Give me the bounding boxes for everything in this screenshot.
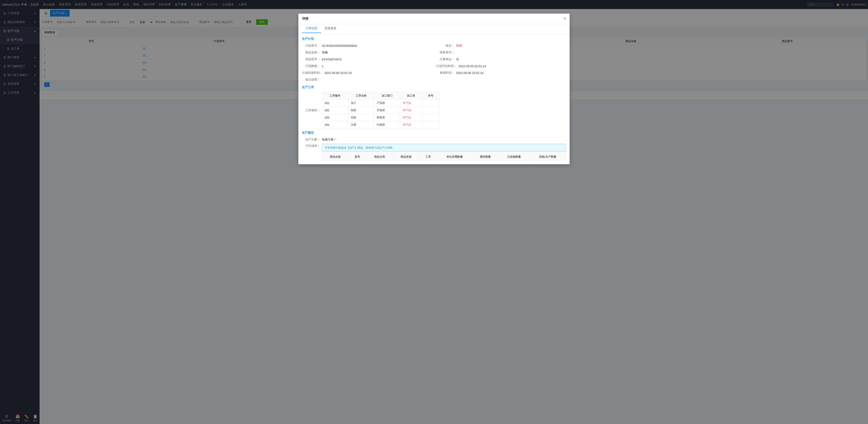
proc-cell-dept: 开发部: [374, 107, 400, 114]
proc-cell-name: 加工: [348, 100, 374, 107]
product-model-row: 商品型号： 674754574574: [302, 57, 432, 61]
proc-cell-status: 待下达: [400, 114, 422, 121]
detail-modal: 详情 × 订单信息 进度报表 生产计划 计划单号： SCJH2021050500…: [298, 13, 569, 164]
prod-plan-section-title: 生产计划: [302, 37, 566, 41]
proc-cell-code: 001: [322, 100, 348, 107]
proc-cell-dept: 财务部: [374, 114, 400, 121]
proc-cell-no: [422, 114, 439, 121]
status-form-label: 状态：: [436, 44, 454, 48]
tab-order-info[interactable]: 订单信息: [302, 24, 321, 33]
proc-cell-dept: 产品部: [374, 100, 400, 107]
process-label: 工序资料：: [302, 108, 320, 112]
bom-notice: 子件清单中如包含【自产】商品，请单独下达生产计划单: [322, 144, 566, 152]
product-name-row: 商品名称： 电脑: [302, 51, 432, 55]
proc-cell-dept: 行政部: [374, 121, 400, 129]
proc-cell-status: 待下达: [400, 107, 422, 114]
prod-scheme-row: 生产方案： 电脑方案一: [302, 138, 566, 142]
plan-no-form-label: 计划单号：: [302, 44, 320, 48]
proc-cell-code: 003: [322, 114, 348, 121]
plan-start-form-label: 计划开始时间：: [436, 64, 457, 68]
prod-suggestion-section-title: 生产建议: [302, 131, 566, 135]
proc-cell-code: 002: [322, 107, 348, 114]
proc-col-name: 工序名称: [348, 92, 374, 100]
product-name-form-value: 电脑: [322, 51, 328, 55]
process-table: 工序编号 工序名称 加工部门 加工单 单号 001 加工 产品部: [322, 92, 439, 129]
product-name-form-label: 商品名称：: [302, 51, 320, 55]
voucher-time-form-label: 单据时间：: [436, 71, 454, 75]
proc-cell-no: [422, 100, 439, 107]
proc-cell-no: [422, 107, 439, 114]
proc-row: 002 组装 开发部 待下达: [322, 107, 439, 114]
prod-process-section-title: 生产工序: [302, 85, 566, 89]
modal-body: 生产计划 计划单号： SCJH20210505000000001 状态： 新建 …: [298, 33, 569, 164]
plan-qty-form-value: 1: [322, 64, 323, 68]
bom-col-model: 型号: [348, 153, 366, 161]
remark-row: 备注说明：: [302, 78, 566, 82]
bom-col-product: 商品名称: [322, 153, 348, 161]
remark-form-label: 备注说明：: [302, 78, 320, 82]
proc-col-code: 工序编号: [322, 92, 348, 100]
sale-no-form-label: 销售单号：: [436, 51, 454, 55]
process-materials-row: 工序资料： 工序编号 工序名称 加工部门 加工单 单号: [302, 92, 566, 129]
bom-col-process: 工序: [419, 153, 437, 161]
bom-container: 子件清单中如包含【自产】商品，请单独下达生产计划单 商品名称 型号 商品分类 商…: [322, 144, 566, 161]
proc-cell-status: 待下达: [400, 121, 422, 129]
plan-end-row: 计划结束时间： 2021-05-05 22:01:14: [302, 71, 432, 75]
product-model-form-value: 674754574574: [322, 58, 342, 61]
product-model-form-label: 商品型号：: [302, 57, 320, 61]
modal-header: 详情 ×: [298, 13, 569, 24]
proc-cell-name: 注塑: [348, 121, 374, 129]
prod-scheme-label: 生产方案：: [302, 138, 320, 142]
status-row: 状态： 新建: [436, 44, 566, 48]
modal-overlay: 详情 × 订单信息 进度报表 生产计划 计划单号： SCJH2021050500…: [0, 0, 868, 424]
proc-col-dept: 加工部门: [374, 92, 400, 100]
bom-col-demand: 需求数量: [472, 153, 499, 161]
proc-cell-name: 组装: [348, 107, 374, 114]
bom-col-buy-prod: 采购/生产数量: [529, 153, 566, 161]
proc-row: 001 加工 产品部 待下达: [322, 100, 439, 107]
bom-table: 商品名称 型号 商品分类 商品来源 工序 单位所需数量 需求数量 已采购数量 采…: [322, 153, 566, 161]
plan-start-row: 计划开始时间： 2021-05-05 22:01:14: [436, 64, 566, 68]
bom-col-purchased: 已采购数量: [499, 153, 529, 161]
bom-col-unit-qty: 单位所需数量: [437, 153, 472, 161]
modal-close-btn[interactable]: ×: [563, 16, 566, 21]
proc-col-no: 单号: [422, 92, 439, 100]
tab-progress-report[interactable]: 进度报表: [321, 24, 340, 33]
bom-row: 子件清单： 子件清单中如包含【自产】商品，请单独下达生产计划单 商品名称 型号 …: [302, 144, 566, 161]
modal-title: 详情: [302, 17, 308, 21]
modal-tabs: 订单信息 进度报表: [298, 24, 569, 33]
proc-cell-status: 待下达: [400, 100, 422, 107]
bom-col-category: 商品分类: [366, 153, 393, 161]
plan-end-form-label: 计划结束时间：: [302, 71, 322, 75]
sale-no-row: 销售单号：: [436, 51, 566, 55]
proc-cell-name: 包装: [348, 114, 374, 121]
bom-label: 子件清单：: [302, 144, 320, 148]
process-table-container: 工序编号 工序名称 加工部门 加工单 单号 001 加工 产品部: [322, 92, 439, 129]
plan-start-form-value: 2021-05-05 22:01:14: [459, 64, 486, 68]
plan-no-form-value: SCJH20210505000000001: [322, 44, 358, 48]
plan-end-form-value: 2021-05-05 22:01:14: [324, 71, 352, 75]
unit-row: 计量单位： 台: [436, 57, 566, 61]
voucher-time-form-value: 2021-05-05 22:01:14: [456, 71, 484, 75]
proc-col-order: 加工单: [400, 92, 422, 100]
plan-no-row: 计划单号： SCJH20210505000000001: [302, 44, 432, 48]
unit-form-value: 台: [456, 57, 459, 61]
prod-plan-form: 计划单号： SCJH20210505000000001 状态： 新建 商品名称：…: [302, 44, 566, 82]
proc-row: 003 包装 财务部 待下达: [322, 114, 439, 121]
status-form-value: 新建: [456, 44, 462, 48]
proc-cell-code: 004: [322, 121, 348, 129]
proc-cell-no: [422, 121, 439, 129]
proc-row: 004 注塑 行政部 待下达: [322, 121, 439, 129]
voucher-time-row: 单据时间： 2021-05-05 22:01:14: [436, 71, 566, 75]
plan-qty-row: 计划数量： 1: [302, 64, 432, 68]
unit-form-label: 计量单位：: [436, 57, 454, 61]
bom-col-source: 商品来源: [393, 153, 419, 161]
plan-qty-form-label: 计划数量：: [302, 64, 320, 68]
prod-scheme-value: 电脑方案一: [322, 138, 337, 142]
